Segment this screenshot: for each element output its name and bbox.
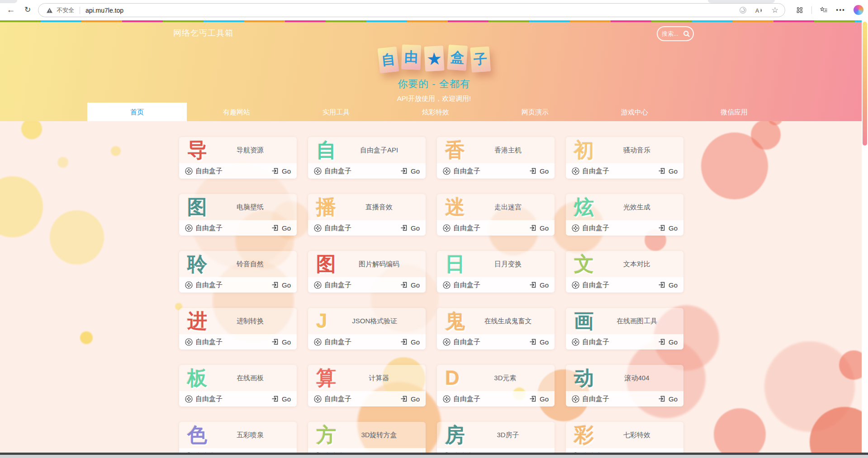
box-compass-icon <box>443 395 451 403</box>
card-go-link[interactable]: Go <box>400 281 420 289</box>
card-title: 图片解码编码 <box>336 260 426 269</box>
card-go-link[interactable]: Go <box>658 167 678 175</box>
card-go-label: Go <box>411 167 420 175</box>
card-go-link[interactable]: Go <box>658 338 678 346</box>
tool-card: 色 五彩喷泉 自由盒子 Go <box>179 422 297 453</box>
card-brand-label: 自由盒子 <box>582 281 609 289</box>
card-brand-link[interactable]: 自由盒子 <box>314 281 351 289</box>
favorites-bar-icon[interactable] <box>820 6 828 14</box>
card-go-link[interactable]: Go <box>529 395 549 403</box>
nav-tab-wechat-apps[interactable]: 微信应用 <box>684 103 784 121</box>
nav-tab-game-center[interactable]: 游戏中心 <box>585 103 684 121</box>
card-brand-link[interactable]: 自由盒子 <box>185 395 223 403</box>
card-glyph: J <box>316 311 327 331</box>
add-favorite-icon[interactable]: ☆ <box>772 6 778 14</box>
nav-tab-effects[interactable]: 炫彩特效 <box>386 103 485 121</box>
card-glyph: 自 <box>316 140 336 160</box>
card-go-link[interactable]: Go <box>658 281 678 289</box>
card-go-link[interactable]: Go <box>271 395 291 403</box>
card-footer: 自由盒子 Go <box>308 220 426 236</box>
card-go-link[interactable]: Go <box>529 338 549 346</box>
enhance-image-icon[interactable] <box>739 6 747 14</box>
card-footer: 自由盒子 Go <box>179 220 297 236</box>
card-brand-link[interactable]: 自由盒子 <box>185 281 223 289</box>
card-brand-link[interactable]: 自由盒子 <box>185 167 223 175</box>
card-title: 文本对比 <box>594 260 683 269</box>
card-brand-link[interactable]: 自由盒子 <box>443 281 480 289</box>
card-go-link[interactable]: Go <box>658 395 678 403</box>
search-input[interactable] <box>662 30 682 37</box>
read-aloud-icon[interactable]: A <box>755 6 763 14</box>
tool-card: 进 进制转换 自由盒子 Go <box>179 308 297 349</box>
bubble <box>57 157 68 168</box>
bubble <box>80 331 93 344</box>
webpage-viewport: 网络乞丐工具箱 自由★盒子 你要的 - 全都有 API开放使用，欢迎调用! 首页… <box>0 20 868 453</box>
card-glyph: 图 <box>316 254 336 274</box>
card-brand-label: 自由盒子 <box>324 224 351 232</box>
card-go-label: Go <box>540 338 549 346</box>
card-go-link[interactable]: Go <box>271 224 291 232</box>
card-go-link[interactable]: Go <box>529 281 549 289</box>
card-footer: 自由盒子 Go <box>179 334 297 349</box>
nav-tab-tools[interactable]: 实用工具 <box>286 103 386 121</box>
card-footer: 自由盒子 Go <box>437 220 555 236</box>
card-top: 聆 铃音自然 <box>179 251 297 277</box>
card-go-link[interactable]: Go <box>529 224 549 232</box>
card-top: 鬼 在线生成鬼畜文 <box>437 308 555 334</box>
card-go-link[interactable]: Go <box>271 281 291 289</box>
card-go-label: Go <box>282 338 291 346</box>
copilot-icon[interactable] <box>854 5 863 15</box>
card-brand-link[interactable]: 自由盒子 <box>314 167 351 175</box>
card-top: D 3D元素 <box>437 365 555 391</box>
scrollbar-thumb[interactable] <box>863 22 867 146</box>
bubble <box>111 146 121 156</box>
nav-tab-home[interactable]: 首页 <box>87 103 187 121</box>
card-brand-link[interactable]: 自由盒子 <box>572 167 609 175</box>
card-top: 算 计算器 <box>308 365 426 391</box>
card-title: 骚动音乐 <box>594 146 683 155</box>
card-go-link[interactable]: Go <box>400 395 420 403</box>
card-brand-link[interactable]: 自由盒子 <box>443 338 480 346</box>
tool-card: 房 3D房子 自由盒子 Go <box>437 422 555 453</box>
browser-back-button[interactable]: ← <box>4 3 18 17</box>
card-brand-link[interactable]: 自由盒子 <box>314 224 351 232</box>
card-brand-link[interactable]: 自由盒子 <box>185 224 223 232</box>
browser-reload-button[interactable]: ↻ <box>20 3 35 17</box>
card-top: 迷 走出迷宫 <box>437 194 555 220</box>
card-brand-link[interactable]: 自由盒子 <box>314 395 351 403</box>
settings-more-icon[interactable]: ••• <box>836 6 845 14</box>
card-brand-link[interactable]: 自由盒子 <box>572 281 609 289</box>
page-scrollbar[interactable] <box>862 20 868 453</box>
card-brand-link[interactable]: 自由盒子 <box>572 224 609 232</box>
card-brand-link[interactable]: 自由盒子 <box>572 395 609 403</box>
card-top: 自 自由盒子API <box>308 137 426 163</box>
card-brand-link[interactable]: 自由盒子 <box>443 224 480 232</box>
card-brand-link[interactable]: 自由盒子 <box>572 338 609 346</box>
address-bar[interactable]: 不安全 api.mu7le.top A ☆ <box>38 3 785 17</box>
card-go-label: Go <box>411 224 420 232</box>
nav-tab-fun-sites[interactable]: 有趣网站 <box>187 103 286 121</box>
search-box[interactable] <box>657 26 694 41</box>
card-brand-label: 自由盒子 <box>453 224 480 232</box>
card-go-link[interactable]: Go <box>400 224 420 232</box>
search-icon[interactable] <box>683 30 690 38</box>
card-brand-link[interactable]: 自由盒子 <box>443 395 480 403</box>
enter-arrow-icon <box>400 224 408 232</box>
card-brand-link[interactable]: 自由盒子 <box>314 338 351 346</box>
extensions-icon[interactable] <box>796 6 803 14</box>
card-top: 文 文本对比 <box>566 251 683 277</box>
card-go-link[interactable]: Go <box>400 338 420 346</box>
main-navigation: 首页 有趣网站 实用工具 炫彩特效 网页演示 游戏中心 微信应用 <box>87 103 784 121</box>
card-go-link[interactable]: Go <box>271 338 291 346</box>
card-top: 进 进制转换 <box>179 308 297 334</box>
card-go-link[interactable]: Go <box>271 167 291 175</box>
card-top: 方 3D旋转方盒 <box>308 422 426 448</box>
enter-arrow-icon <box>658 167 666 175</box>
nav-tab-web-demos[interactable]: 网页演示 <box>485 103 585 121</box>
card-go-link[interactable]: Go <box>400 167 420 175</box>
card-brand-link[interactable]: 自由盒子 <box>185 338 223 346</box>
card-go-link[interactable]: Go <box>529 167 549 175</box>
card-brand-link[interactable]: 自由盒子 <box>443 167 480 175</box>
enter-arrow-icon <box>658 224 666 232</box>
card-go-link[interactable]: Go <box>658 224 678 232</box>
